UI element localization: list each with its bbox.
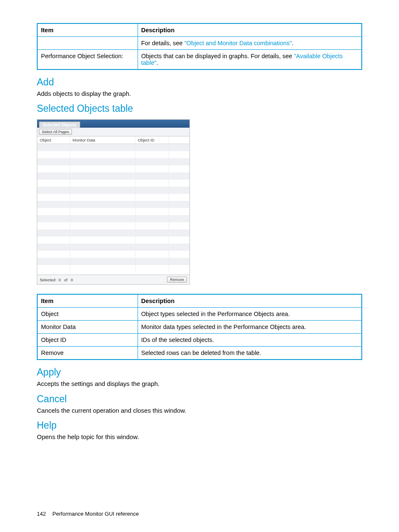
- grid-cell: [37, 151, 70, 158]
- grid-row[interactable]: [37, 258, 189, 265]
- grid-cell: [37, 236, 70, 244]
- grid-cell: [70, 165, 135, 172]
- grid-col-object[interactable]: Object: [37, 136, 70, 144]
- grid-row[interactable]: [37, 201, 189, 208]
- grid-cell: [37, 208, 70, 215]
- grid-row[interactable]: [37, 222, 189, 229]
- grid-row[interactable]: [37, 187, 189, 194]
- grid-cell: [135, 172, 169, 180]
- grid: Object Monitor Data Object ID: [37, 136, 189, 275]
- grid-cell: [70, 244, 135, 251]
- grid-cell: [37, 172, 70, 180]
- grid-cell: [37, 265, 70, 272]
- grid-cell: [169, 187, 189, 194]
- grid-cell: [135, 208, 169, 215]
- widget-footer: Selected: 0 of 0 Remove: [37, 275, 189, 284]
- grid-row[interactable]: [37, 158, 189, 165]
- grid-row[interactable]: [37, 229, 189, 236]
- grid-row[interactable]: [37, 151, 189, 158]
- table-row: ObjectObject types selected in the Perfo…: [37, 308, 362, 321]
- total-num: 0: [71, 278, 73, 282]
- tab-label: Selected Objects: [43, 123, 77, 127]
- definition-table-2: Item Description ObjectObject types sele…: [37, 294, 362, 360]
- col-header-item: Item: [37, 23, 138, 37]
- grid-cell: [37, 251, 70, 258]
- grid-cell: [70, 265, 135, 272]
- link-object-monitor-combinations[interactable]: "Object and Monitor Data combinations": [184, 40, 292, 46]
- grid-row[interactable]: [37, 208, 189, 215]
- grid-col-object-id[interactable]: Object ID: [135, 136, 169, 144]
- grid-row[interactable]: [37, 194, 189, 201]
- grid-cell: [37, 201, 70, 208]
- grid-cell: [37, 244, 70, 251]
- grid-cell: [135, 180, 169, 187]
- grid-cell: [70, 151, 135, 158]
- grid-row[interactable]: [37, 236, 189, 244]
- grid-cell: [70, 158, 135, 165]
- col-header-item: Item: [37, 294, 138, 308]
- grid-cell: [169, 165, 189, 172]
- table-row: For details, see "Object and Monitor Dat…: [37, 37, 362, 50]
- grid-cell: [37, 215, 70, 222]
- tab-selected-objects[interactable]: Selected Objects: [39, 121, 80, 128]
- grid-cell: [135, 194, 169, 201]
- text-cancel: Cancels the current operation and closes…: [37, 406, 362, 415]
- grid-cell: [169, 236, 189, 244]
- grid-cell: [70, 208, 135, 215]
- grid-cell: [70, 194, 135, 201]
- footer-section-title: Performance Monitor GUI reference: [52, 511, 139, 517]
- cell-desc: Objects that can be displayed in graphs.…: [138, 50, 362, 70]
- cell-item: Object ID: [37, 334, 138, 347]
- grid-cell: [135, 229, 169, 236]
- page-footer: 142 Performance Monitor GUI reference: [37, 511, 139, 517]
- grid-col-monitor-data[interactable]: Monitor Data: [70, 136, 135, 144]
- grid-cell: [135, 265, 169, 272]
- selected-objects-widget: Selected Objects Select All Pages Object…: [37, 119, 190, 285]
- text-help: Opens the help topic for this window.: [37, 433, 362, 441]
- grid-cell: [70, 144, 135, 151]
- grid-cell: [37, 194, 70, 201]
- grid-cell: [135, 201, 169, 208]
- grid-cell: [70, 236, 135, 244]
- grid-cell: [135, 222, 169, 229]
- grid-row[interactable]: [37, 244, 189, 251]
- text-add: Adds objects to display the graph.: [37, 90, 362, 98]
- cell-item: Performance Object Selection:: [37, 50, 138, 70]
- grid-cell: [70, 201, 135, 208]
- grid-cell: [70, 187, 135, 194]
- grid-cell: [135, 258, 169, 265]
- grid-cell: [169, 229, 189, 236]
- grid-cell: [70, 251, 135, 258]
- cell-desc: For details, see "Object and Monitor Dat…: [138, 37, 362, 50]
- grid-cell: [169, 208, 189, 215]
- definition-table-1: Item Description For details, see "Objec…: [37, 23, 362, 70]
- grid-cell: [135, 215, 169, 222]
- text: .: [292, 40, 294, 46]
- selected-num: 0: [59, 278, 61, 282]
- table-row: RemoveSelected rows can be deleted from …: [37, 347, 362, 360]
- grid-cell: [169, 265, 189, 272]
- col-header-description: Description: [138, 294, 362, 308]
- grid-row[interactable]: [37, 165, 189, 172]
- grid-row[interactable]: [37, 180, 189, 187]
- grid-cell: [169, 158, 189, 165]
- remove-button[interactable]: Remove: [167, 277, 187, 283]
- widget-toolbar: Select All Pages: [37, 128, 189, 136]
- grid-row[interactable]: [37, 265, 189, 272]
- heading-selected-objects-table: Selected Objects table: [37, 103, 362, 114]
- grid-row[interactable]: [37, 172, 189, 180]
- cell-desc: IDs of the selected objects.: [138, 334, 362, 347]
- table-row: Monitor DataMonitor data types selected …: [37, 321, 362, 334]
- grid-row[interactable]: [37, 251, 189, 258]
- grid-cell: [169, 180, 189, 187]
- heading-add: Add: [37, 77, 362, 88]
- grid-cell: [37, 222, 70, 229]
- select-all-pages-button[interactable]: Select All Pages: [39, 129, 72, 135]
- cell-item: Remove: [37, 347, 138, 360]
- heading-apply: Apply: [37, 367, 362, 378]
- grid-cell: [169, 151, 189, 158]
- grid-cell: [70, 258, 135, 265]
- grid-row[interactable]: [37, 215, 189, 222]
- grid-row[interactable]: [37, 144, 189, 151]
- grid-cell: [169, 144, 189, 151]
